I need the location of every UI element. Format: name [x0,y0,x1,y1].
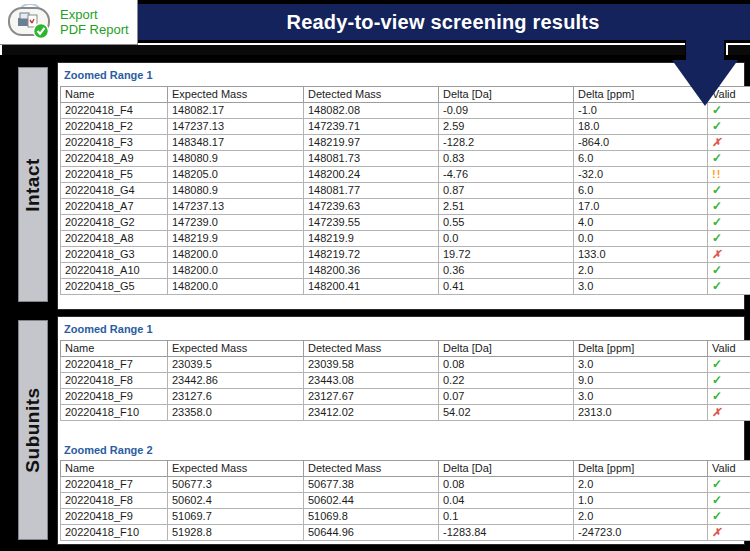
cell-delta-ppm: 18.0 [574,119,708,135]
table-row[interactable]: 20220418_G3148200.0148219.7219.72133.0✗ [61,247,750,263]
cell-detected-mass: 148081.73 [304,151,439,167]
cell-expected-mass: 23039.5 [168,357,304,373]
valid-status-cell: ✗ [708,135,750,151]
cell-name: 20220418_G4 [61,183,168,199]
column-header-name[interactable]: Name [61,341,168,357]
column-header-delta-da[interactable]: Delta [Da] [439,87,574,103]
valid-status-cell: ✓ [708,215,750,231]
table-row[interactable]: 20220418_F3148348.17148219.97-128.2-864.… [61,135,750,151]
range-title: Zoomed Range 1 [64,69,153,81]
cell-delta-da: 0.41 [439,279,574,295]
cross-icon: ✗ [712,136,721,148]
results-table: NameExpected MassDetected MassDelta [Da]… [60,460,750,541]
table-row[interactable]: 20220418_F2147237.13147239.712.5918.0✓ [61,119,750,135]
check-icon: ✓ [712,215,722,229]
cell-name: 20220418_A10 [61,263,168,279]
table-row[interactable]: 20220418_G4148080.9148081.770.876.0✓ [61,183,750,199]
banner-title: Ready-to-view screening results [287,11,600,34]
table-row[interactable]: 20220418_F5148205.0148200.24-4.76-32.0!! [61,167,750,183]
table-row[interactable]: 20220418_F823442.8623443.080.229.0✓ [61,373,750,389]
column-header-delta-ppm[interactable]: Delta [ppm] [574,461,708,477]
valid-status-cell: ✓ [708,263,750,279]
check-icon: ✓ [712,509,722,523]
valid-status-cell: ✓ [708,231,750,247]
column-header-valid[interactable]: Valid [708,461,750,477]
column-header-detected-mass[interactable]: Detected Mass [304,461,439,477]
cell-delta-ppm: -32.0 [574,167,708,183]
column-header-expected-mass[interactable]: Expected Mass [168,461,304,477]
table-row[interactable]: 20220418_A9148080.9148081.730.836.0✓ [61,151,750,167]
cell-delta-da: 0.08 [439,477,574,493]
cell-delta-ppm: 2.0 [574,263,708,279]
table-row[interactable]: 20220418_F923127.623127.670.073.0✓ [61,389,750,405]
table-row[interactable]: 20220418_G5148200.0148200.410.413.0✓ [61,279,750,295]
export-label-line1: Export [60,7,129,22]
check-icon: ✓ [712,357,722,371]
cell-delta-ppm: 6.0 [574,151,708,167]
table-header-row: NameExpected MassDetected MassDelta [Da]… [61,461,750,477]
section-label-intact: Intact [18,67,48,302]
column-header-delta-ppm[interactable]: Delta [ppm] [574,341,708,357]
valid-status-cell: ✓ [708,183,750,199]
cell-name: 20220418_G5 [61,279,168,295]
export-pdf-icon [7,4,53,40]
table-row[interactable]: 20220418_F723039.523039.580.083.0✓ [61,357,750,373]
table-row[interactable]: 20220418_G2147239.0147239.550.554.0✓ [61,215,750,231]
cell-name: 20220418_G3 [61,247,168,263]
cell-delta-ppm: -864.0 [574,135,708,151]
range-title: Zoomed Range 1 [64,323,153,335]
column-header-detected-mass[interactable]: Detected Mass [304,341,439,357]
cell-name: 20220418_F10 [61,405,168,421]
results-table: NameExpected MassDetected MassDelta [Da]… [60,86,750,295]
column-header-name[interactable]: Name [61,87,168,103]
column-header-name[interactable]: Name [61,461,168,477]
subunits-range2-table-slot: NameExpected MassDetected MassDelta [Da]… [60,460,750,541]
cross-icon: ✗ [712,406,721,418]
column-header-delta-da[interactable]: Delta [Da] [439,461,574,477]
cell-delta-da: 0.07 [439,389,574,405]
check-icon: ✓ [712,119,722,133]
table-row[interactable]: 20220418_F1051928.850644.96-1283.84-2472… [61,525,750,541]
column-header-delta-da[interactable]: Delta [Da] [439,341,574,357]
cell-delta-ppm: 4.0 [574,215,708,231]
subunits-range1-table-slot: NameExpected MassDetected MassDelta [Da]… [60,340,750,421]
table-row[interactable]: 20220418_F750677.350677.380.082.0✓ [61,477,750,493]
cell-delta-da: 0.36 [439,263,574,279]
check-icon: ✓ [712,279,722,293]
cell-detected-mass: 148082.08 [304,103,439,119]
cell-expected-mass: 147239.0 [168,215,304,231]
valid-status-cell: ✗ [708,405,750,421]
cell-delta-ppm: 1.0 [574,493,708,509]
section-label-subunits: Subunits [18,320,48,540]
intact-panel: Zoomed Range 1 NameExpected MassDetected… [57,62,745,310]
cell-delta-da: -4.76 [439,167,574,183]
warning-icon: !! [712,168,721,180]
valid-status-cell: ✓ [708,151,750,167]
column-header-valid[interactable]: Valid [708,341,750,357]
cell-delta-da: -1283.84 [439,525,574,541]
cell-delta-ppm: 2.0 [574,509,708,525]
cell-detected-mass: 148219.97 [304,135,439,151]
table-row[interactable]: 20220418_F4148082.17148082.08-0.09-1.0✓ [61,103,750,119]
cell-delta-da: 0.55 [439,215,574,231]
column-header-detected-mass[interactable]: Detected Mass [304,87,439,103]
valid-status-cell: ✓ [708,509,750,525]
table-row[interactable]: 20220418_F1023358.023412.0254.022313.0✗ [61,405,750,421]
table-row[interactable]: 20220418_A7147237.13147239.632.5117.0✓ [61,199,750,215]
column-header-expected-mass[interactable]: Expected Mass [168,87,304,103]
cell-delta-da: 0.0 [439,231,574,247]
valid-status-cell: ✓ [708,357,750,373]
export-pdf-button[interactable]: Export PDF Report [0,0,138,45]
cell-detected-mass: 147239.55 [304,215,439,231]
cell-expected-mass: 23358.0 [168,405,304,421]
column-header-expected-mass[interactable]: Expected Mass [168,341,304,357]
cell-delta-da: 2.59 [439,119,574,135]
cell-delta-ppm: 3.0 [574,279,708,295]
cell-name: 20220418_G2 [61,215,168,231]
table-row[interactable]: 20220418_A8148219.9148219.90.00.0✓ [61,231,750,247]
table-row[interactable]: 20220418_F850602.450602.440.041.0✓ [61,493,750,509]
table-row[interactable]: 20220418_F951069.751069.80.12.0✓ [61,509,750,525]
cell-expected-mass: 148348.17 [168,135,304,151]
table-row[interactable]: 20220418_A10148200.0148200.360.362.0✓ [61,263,750,279]
cell-detected-mass: 147239.71 [304,119,439,135]
